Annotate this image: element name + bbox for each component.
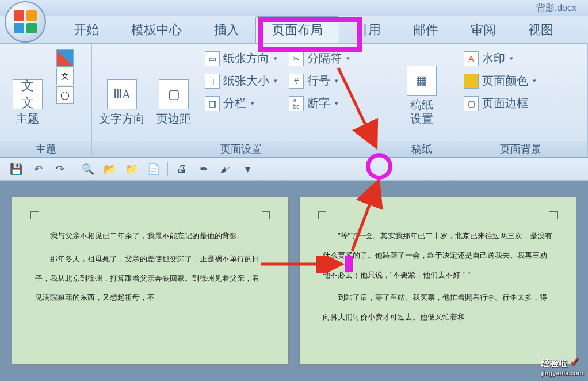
colors-icon[interactable] xyxy=(56,49,74,67)
dropdown-arrow-icon: ▾ xyxy=(346,55,350,62)
separator xyxy=(167,162,168,176)
check-icon: ✓ xyxy=(570,355,580,369)
watermark-domain: jingyanla.com xyxy=(541,369,583,376)
watermark-text: 经验啦 xyxy=(541,358,567,368)
orientation-icon: ▭ xyxy=(205,51,220,66)
page-border-button[interactable]: ▢ 页面边框 xyxy=(464,96,536,111)
paragraph: 那年冬天，祖母死了，父亲的差使也交卸了，正是祸不单行的日子，我从北京到徐州，打算… xyxy=(35,249,265,307)
dropdown-arrow-icon: ▾ xyxy=(251,100,254,107)
orientation-button[interactable]: ▭ 纸张方向 ▾ xyxy=(205,51,277,66)
page-1[interactable]: 我与父亲不相见已二年余了，我最不能忘记的是他的背影。 那年冬天，祖母死了，父亲的… xyxy=(12,197,289,365)
office-button[interactable] xyxy=(5,1,46,43)
size-icon: ▯ xyxy=(205,74,220,89)
dropdown-arrow-icon: ▾ xyxy=(335,77,338,85)
page-border-icon: ▢ xyxy=(464,96,479,111)
breaks-button[interactable]: ✂ 分隔符 ▾ xyxy=(289,51,350,66)
margins-icon: ▢ xyxy=(159,79,189,109)
page-color-icon xyxy=(464,74,479,89)
group-label-paper: 稿纸 xyxy=(390,141,453,157)
print-icon[interactable]: 🖨 xyxy=(174,161,190,177)
line-numbers-icon: # xyxy=(289,74,304,89)
text-direction-icon: ⅢA xyxy=(107,79,137,109)
columns-button[interactable]: ▥ 分栏 ▾ xyxy=(205,96,277,111)
group-theme: 文文 主题 文 ◯ 主题 xyxy=(0,44,92,157)
redo-icon[interactable]: ↷ xyxy=(52,161,68,177)
dropdown-arrow-icon[interactable]: ▾ xyxy=(239,161,255,177)
columns-icon: ▥ xyxy=(205,96,220,111)
group-label-background: 页面背景 xyxy=(453,141,587,157)
dropdown-arrow-icon: ▾ xyxy=(533,77,536,85)
group-background: A 水印 ▾ 页面颜色 ▾ ▢ 页面边框 页面背景 xyxy=(453,44,588,157)
pen-icon[interactable]: ✒ xyxy=(196,161,212,177)
margin-corner xyxy=(262,211,270,219)
dropdown-arrow-icon: ▾ xyxy=(274,77,277,85)
tab-template[interactable]: 模板中心 xyxy=(115,17,198,43)
save-icon[interactable]: 💾 xyxy=(8,161,24,177)
text-direction-button[interactable]: ⅢA 文字方向 xyxy=(97,47,147,128)
tab-view[interactable]: 视图 xyxy=(512,17,570,43)
tab-mail[interactable]: 邮件 xyxy=(397,17,455,43)
page-2[interactable]: "等"了一会。其实我那年已二十岁，北京已来往过两三次，是没有什么要紧的了。他踌躇… xyxy=(299,197,576,365)
paper-setting-button[interactable]: ▦ 稿纸 设置 xyxy=(399,47,445,128)
page-color-button[interactable]: 页面颜色 ▾ xyxy=(464,73,536,89)
hyphenation-button[interactable]: a-bc 断字 ▾ xyxy=(289,96,350,111)
watermark-icon: A xyxy=(464,51,479,66)
margin-corner xyxy=(549,211,558,219)
brush-icon[interactable]: 🖌 xyxy=(217,161,234,177)
watermark-overlay: 经验啦 ✓ jingyanla.com xyxy=(541,355,583,376)
dropdown-arrow-icon: ▾ xyxy=(335,100,338,107)
document-area[interactable]: 我与父亲不相见已二年余了，我最不能忘记的是他的背影。 那年冬天，祖母死了，父亲的… xyxy=(0,181,588,381)
paragraph: 到站了后，等了车站。我买票，他忙着照看行李。行李太多，得向脚夫们讨价小费才可过去… xyxy=(323,288,553,327)
group-page-setup: ⅢA 文字方向 ▢ 页边距 ▭ 纸张方向 ▾ ▯ 纸张大小 ▾ ▥ xyxy=(92,44,390,157)
tab-start[interactable]: 开始 xyxy=(58,17,115,43)
quick-access-toolbar: 💾 ↶ ↷ 🔍 📂 📁 📄 🖨 ✒ 🖌 ▾ xyxy=(0,158,588,181)
folder-icon[interactable]: 📁 xyxy=(124,161,140,177)
hyphenation-icon: a-bc xyxy=(289,96,304,111)
breaks-icon: ✂ xyxy=(289,51,304,66)
margin-corner xyxy=(30,211,39,219)
document-title: 背影.docx xyxy=(536,2,576,14)
theme-icon: 文文 xyxy=(13,79,43,109)
group-label-page-setup: 页面设置 xyxy=(92,141,390,157)
paragraph: 我与父亲不相见已二年余了，我最不能忘记的是他的背影。 xyxy=(35,226,265,246)
tab-reference[interactable]: 引用 xyxy=(339,17,397,43)
title-bar: 背影.docx xyxy=(0,0,588,16)
watermark-button[interactable]: A 水印 ▾ xyxy=(464,51,536,66)
highlight-cursor xyxy=(345,256,353,272)
paragraph: "等"了一会。其实我那年已二十岁，北京已来往过两三次，是没有什么要紧的了。他踌躇… xyxy=(323,226,553,284)
tab-insert[interactable]: 插入 xyxy=(198,17,255,43)
undo-icon[interactable]: ↶ xyxy=(30,161,46,177)
paper-icon: ▦ xyxy=(407,66,437,96)
new-icon[interactable]: 📄 xyxy=(146,161,162,177)
dropdown-arrow-icon: ▾ xyxy=(274,55,277,62)
ribbon: 文文 主题 文 ◯ 主题 ⅢA 文字方向 ▢ 页边距 ▭ xyxy=(0,44,588,158)
tab-review[interactable]: 审阅 xyxy=(455,17,512,43)
margin-corner xyxy=(318,211,326,219)
margins-button[interactable]: ▢ 页边距 xyxy=(151,47,197,128)
preview-icon[interactable]: 🔍 xyxy=(80,161,96,177)
line-numbers-button[interactable]: # 行号 ▾ xyxy=(289,73,350,89)
separator xyxy=(74,162,74,176)
size-button[interactable]: ▯ 纸张大小 ▾ xyxy=(205,73,277,89)
effects-icon[interactable]: ◯ xyxy=(56,86,74,104)
themes-button[interactable]: 文文 主题 xyxy=(5,47,51,128)
dropdown-arrow-icon: ▾ xyxy=(510,55,513,62)
group-paper: ▦ 稿纸 设置 稿纸 xyxy=(390,44,453,157)
tab-layout[interactable]: 页面布局 xyxy=(255,16,339,43)
group-label-theme: 主题 xyxy=(0,141,91,157)
fonts-icon[interactable]: 文 xyxy=(56,68,74,85)
ribbon-tabs: 开始 模板中心 插入 页面布局 引用 邮件 审阅 视图 xyxy=(0,16,588,44)
open-icon[interactable]: 📂 xyxy=(102,161,118,177)
